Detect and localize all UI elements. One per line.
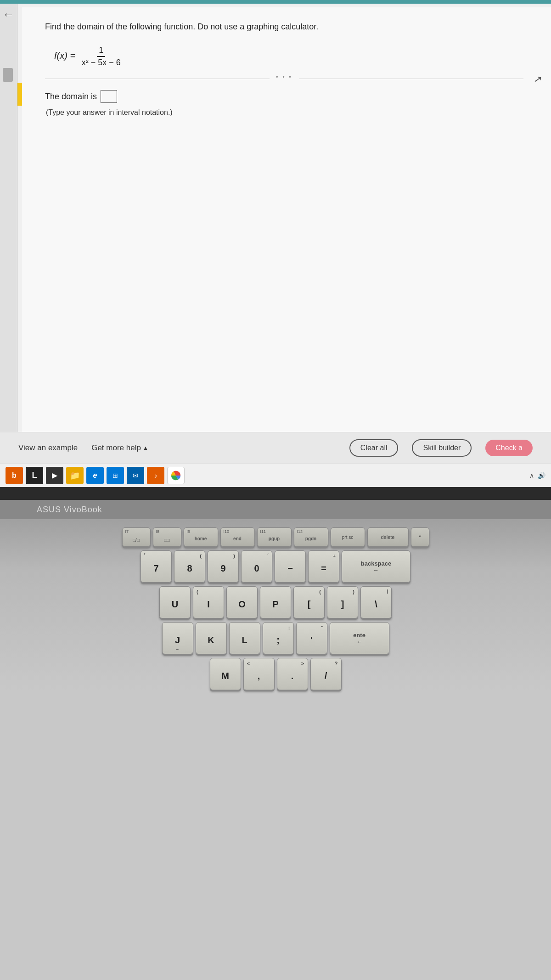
key-bracket-right[interactable]: ) ] — [327, 586, 358, 618]
function-display: f(x) = 1 x² − 5x − 6 — [54, 45, 523, 68]
key-period[interactable]: > . — [277, 658, 308, 690]
view-example-link[interactable]: View an example — [18, 443, 78, 453]
key-l[interactable]: L — [229, 622, 260, 654]
content-area: Find the domain of the following functio… — [22, 7, 551, 432]
brave-taskbar-icon[interactable]: b — [6, 467, 23, 484]
music-taskbar-icon[interactable]: ♪ — [147, 467, 164, 484]
key-backspace[interactable]: backspace ← — [342, 550, 410, 583]
asus-brand-label: ASUS VivoBook — [37, 505, 102, 515]
get-more-help-button[interactable]: Get more help ▲ — [91, 443, 148, 453]
clear-all-button[interactable]: Clear all — [349, 439, 399, 457]
answer-input-box[interactable] — [101, 90, 117, 103]
key-comma[interactable]: < , — [243, 658, 275, 690]
laptop-bezel — [0, 487, 551, 500]
caret-up-icon: ▲ — [143, 445, 148, 451]
key-8[interactable]: ( 8 — [174, 550, 205, 583]
key-m[interactable]: M — [210, 658, 241, 690]
taskbar-right: ∧ 🔊 — [529, 472, 545, 479]
key-f9-home[interactable]: f9 home — [184, 527, 218, 547]
uiop-row: U ( I O P ( [ ) ] | \ — [4, 586, 547, 618]
key-quote[interactable]: " ' — [296, 622, 327, 654]
domain-label: The domain is — [45, 92, 97, 102]
key-7[interactable]: * 7 — [141, 550, 172, 583]
browser-top-bar — [0, 0, 551, 4]
scroll-strip: ← — [0, 4, 17, 440]
skill-builder-button[interactable]: Skill builder — [412, 439, 472, 457]
windows-taskbar-icon[interactable]: ⊞ — [107, 467, 124, 484]
key-slash[interactable]: ? / — [310, 658, 342, 690]
check-answer-button[interactable]: Check a — [485, 440, 533, 456]
key-minus[interactable]: − — [275, 550, 306, 583]
domain-row: The domain is — [45, 90, 523, 103]
taskbar: b L ▶ 📁 e ⊞ ✉ ♪ ∧ 🔊 — [0, 463, 551, 487]
keyboard-area: f7 □/□ f8 □□ f9 home f10 end f11 pgup f1… — [0, 519, 551, 690]
chrome-taskbar-icon[interactable] — [167, 467, 185, 484]
yellow-tab — [17, 83, 22, 106]
key-k[interactable]: K — [196, 622, 227, 654]
folder-taskbar-icon[interactable]: 📁 — [66, 467, 84, 484]
edge-taskbar-icon[interactable]: e — [86, 467, 104, 484]
fn-key-row: f7 □/□ f8 □□ f9 home f10 end f11 pgup f1… — [4, 527, 547, 547]
key-f12-pgdn[interactable]: f12 pgdn — [294, 527, 328, 547]
divider-dots: • • • — [270, 74, 299, 80]
screen: ← ↗ Find the domain of the following fun… — [0, 0, 551, 487]
key-equals[interactable]: + = — [308, 550, 339, 583]
key-backslash[interactable]: | \ — [360, 586, 392, 618]
key-bracket-left[interactable]: ( [ — [293, 586, 325, 618]
key-prtsc[interactable]: prt sc — [331, 527, 365, 547]
get-more-help-label: Get more help — [91, 443, 141, 453]
key-p[interactable]: P — [260, 586, 291, 618]
scroll-thumb[interactable] — [3, 68, 13, 82]
bottom-toolbar: View an example Get more help ▲ Clear al… — [0, 432, 551, 463]
key-u[interactable]: U — [159, 586, 191, 618]
key-0[interactable]: ʻ 0 — [241, 550, 272, 583]
key-o[interactable]: O — [226, 586, 258, 618]
key-delete[interactable]: delete — [367, 527, 409, 547]
key-enter[interactable]: ente ← — [330, 622, 389, 654]
mail-taskbar-icon[interactable]: ✉ — [127, 467, 144, 484]
jkl-row: − J K L : ; " ' ente ← — [4, 622, 547, 654]
function-prefix: f(x) = — [54, 51, 75, 61]
key-f11-pgup[interactable]: f11 pgup — [257, 527, 292, 547]
question-header: Find the domain of the following functio… — [45, 21, 523, 33]
m-row: M < , > . ? / — [4, 658, 547, 690]
denominator: x² − 5x − 6 — [80, 57, 123, 68]
interval-note: (Type your answer in interval notation.) — [46, 108, 523, 117]
key-f7[interactable]: f7 □/□ — [122, 527, 151, 547]
number-row: * 7 ( 8 ) 9 ʻ 0 − + = backspace ← — [4, 550, 547, 583]
key-f10-end[interactable]: f10 end — [220, 527, 255, 547]
numerator: 1 — [97, 45, 105, 57]
key-9[interactable]: ) 9 — [208, 550, 239, 583]
asus-label-bar: ASUS VivoBook — [0, 500, 551, 519]
files-taskbar-icon[interactable]: L — [26, 467, 43, 484]
camera-taskbar-icon[interactable]: ▶ — [46, 467, 63, 484]
fraction: 1 x² − 5x − 6 — [80, 45, 123, 68]
taskbar-chevron-up[interactable]: ∧ — [529, 472, 534, 479]
key-semicolon[interactable]: : ; — [263, 622, 294, 654]
back-arrow-icon[interactable]: ← — [3, 8, 15, 20]
key-j[interactable]: − J — [162, 622, 193, 654]
taskbar-volume-icon[interactable]: 🔊 — [538, 472, 545, 479]
key-asterisk-fn[interactable]: * — [411, 527, 429, 547]
key-f8[interactable]: f8 □□ — [153, 527, 181, 547]
key-i[interactable]: ( I — [193, 586, 224, 618]
